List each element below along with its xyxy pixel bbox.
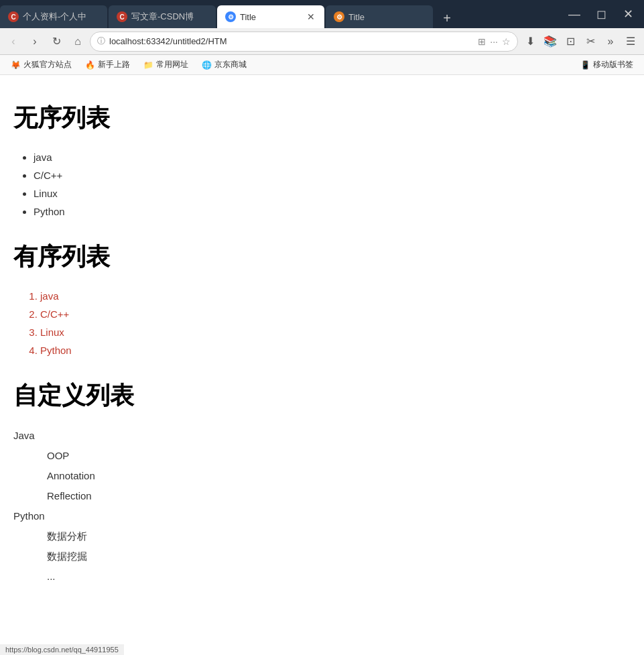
list-item: java [34,148,631,166]
browser-chrome: C 个人资料-个人中 C 写文章-CSDN博 ⚙ Title ✕ ⚙ Title… [0,0,644,613]
custom-list-child: ... [13,567,631,587]
tab-4-title: Title [348,12,425,22]
tab-4[interactable]: ⚙ Title [326,5,433,28]
tab-3[interactable]: ⚙ Title ✕ [217,5,324,28]
bookmark-firefox-label: 火狐官方站点 [23,59,72,70]
bookmark-newbie[interactable]: 🔥 新手上路 [80,58,135,72]
address-bar-row: ‹ › ↻ ⌂ ⓘ localhost:63342/untitled2/HTM … [0,28,644,55]
mobile-bookmark[interactable]: 📱 移动版书签 [575,58,639,72]
tab-bar: C 个人资料-个人中 C 写文章-CSDN博 ⚙ Title ✕ ⚙ Title… [0,0,644,28]
bookmark-newbie-label: 新手上路 [98,59,130,70]
grid-icon[interactable]: ⊞ [478,36,486,47]
jd-icon: 🌐 [202,60,212,70]
list-item: C/C++ [40,305,631,323]
extensions-button[interactable]: » [601,32,620,51]
bookmark-common[interactable]: 📁 常用网址 [138,58,194,72]
bookmark-common-label: 常用网址 [156,59,188,70]
list-item: Linux [34,184,631,202]
tab-3-close[interactable]: ✕ [306,11,316,22]
address-text: localhost:63342/untitled2/HTM [109,36,474,46]
minimize-button[interactable]: — [561,4,588,24]
bookmark-firefox[interactable]: 🦊 火狐官方站点 [5,58,77,72]
bookmark-jd-label: 京东商城 [214,59,247,70]
mobile-bookmark-label: 移动版书签 [593,59,633,70]
tab-1-title: 个人资料-个人中 [23,11,99,23]
tab-2[interactable]: C 写文章-CSDN博 [109,5,216,28]
sync-button[interactable]: ⊡ [561,32,580,51]
home-button[interactable]: ⌂ [68,32,87,51]
tab-3-favicon: ⚙ [225,11,236,22]
forward-button[interactable]: › [25,32,44,51]
newbie-icon: 🔥 [85,60,95,70]
maximize-button[interactable]: ◻ [588,4,615,24]
custom-list-child: OOP [13,446,631,466]
tab-2-title: 写文章-CSDN博 [131,11,208,23]
custom-list-parent-python: Python [13,510,45,522]
window-controls: — ◻ ✕ [561,4,644,28]
secure-icon: ⓘ [97,36,105,47]
list-item: java [40,287,631,305]
tab-1[interactable]: C 个人资料-个人中 [0,5,107,28]
custom-list-child: 数据挖掘 [13,546,631,567]
toolbar-right: ⬇ 📚 ⊡ ✂ » ☰ [521,32,640,51]
back-button[interactable]: ‹ [4,32,23,51]
bookmarks-bar: 🦊 火狐官方站点 🔥 新手上路 📁 常用网址 🌐 京东商城 📱 移动版书签 [0,55,644,75]
custom-list-child: Annotation [13,466,631,486]
new-tab-button[interactable]: + [437,8,457,28]
bookmark-star-icon[interactable]: ☆ [502,36,511,47]
custom-list-parent-java: Java [13,430,35,441]
mobile-icon: 📱 [580,60,590,70]
tab-2-favicon: C [117,11,127,22]
ordered-list: java C/C++ Linux Python [13,287,631,359]
list-item: C/C++ [34,166,631,184]
custom-list-child: 数据分析 [13,526,631,546]
page-content: 无序列表 java C/C++ Linux Python 有序列表 java C… [0,75,644,613]
tab-1-favicon: C [8,11,19,22]
bookmark-jd[interactable]: 🌐 京东商城 [196,58,252,72]
reload-button[interactable]: ↻ [47,32,66,51]
custom-list-child: Reflection [13,486,631,506]
library-button[interactable]: 📚 [541,32,560,51]
close-button[interactable]: ✕ [615,4,641,24]
common-icon: 📁 [143,60,153,70]
more-icon[interactable]: ··· [490,36,498,47]
list-item: Python [40,341,631,359]
tab-4-favicon: ⚙ [334,11,344,22]
custom-list-title: 自定义列表 [13,379,631,412]
unordered-list-title: 无序列表 [13,102,631,135]
address-box[interactable]: ⓘ localhost:63342/untitled2/HTM ⊞ ··· ☆ [90,32,518,52]
address-icons: ⊞ ··· ☆ [478,36,511,47]
list-item: Python [34,202,631,221]
firefox-icon: 🦊 [11,60,21,70]
tab-3-title: Title [240,12,302,22]
custom-list: Java OOP Annotation Reflection Python 数据… [13,426,631,587]
ordered-list-title: 有序列表 [13,241,631,274]
unordered-list: java C/C++ Linux Python [13,148,631,221]
download-button[interactable]: ⬇ [521,32,539,51]
list-item: Linux [40,323,631,341]
screenshot-button[interactable]: ✂ [581,32,600,51]
menu-button[interactable]: ☰ [621,32,640,51]
